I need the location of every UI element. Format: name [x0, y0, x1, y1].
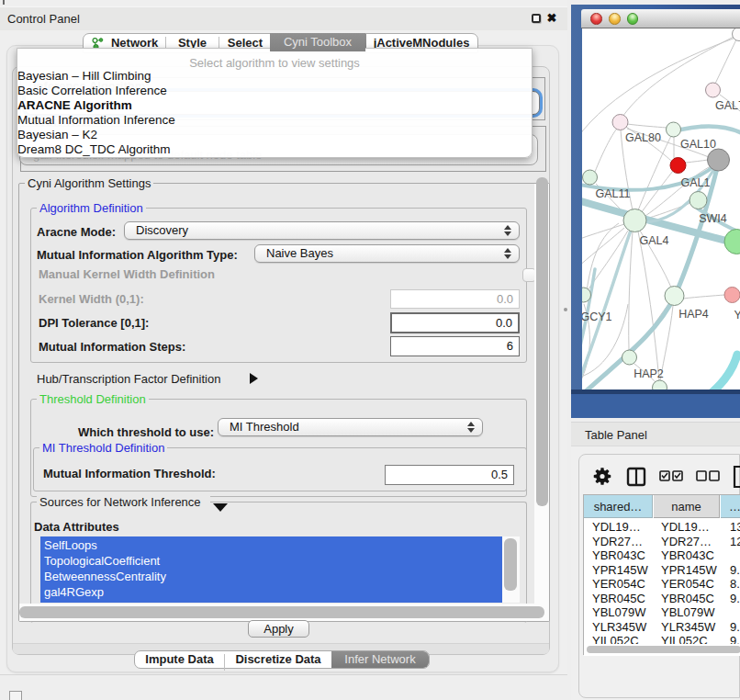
svg-text:GAL11: GAL11 — [596, 187, 631, 200]
svg-text:SWI4: SWI4 — [699, 212, 727, 225]
svg-text:HAP4: HAP4 — [678, 308, 709, 321]
svg-text:Y: Y — [734, 309, 740, 322]
svg-text:GAL7: GAL7 — [715, 99, 740, 112]
svg-text:GAL1: GAL1 — [681, 176, 711, 189]
svg-text:GAL10: GAL10 — [680, 138, 716, 151]
svg-text:GAL80: GAL80 — [625, 131, 661, 144]
svg-text:GAL4: GAL4 — [640, 234, 669, 247]
svg-text:HAP2: HAP2 — [633, 367, 664, 380]
svg-text:GCY1: GCY1 — [582, 310, 612, 323]
